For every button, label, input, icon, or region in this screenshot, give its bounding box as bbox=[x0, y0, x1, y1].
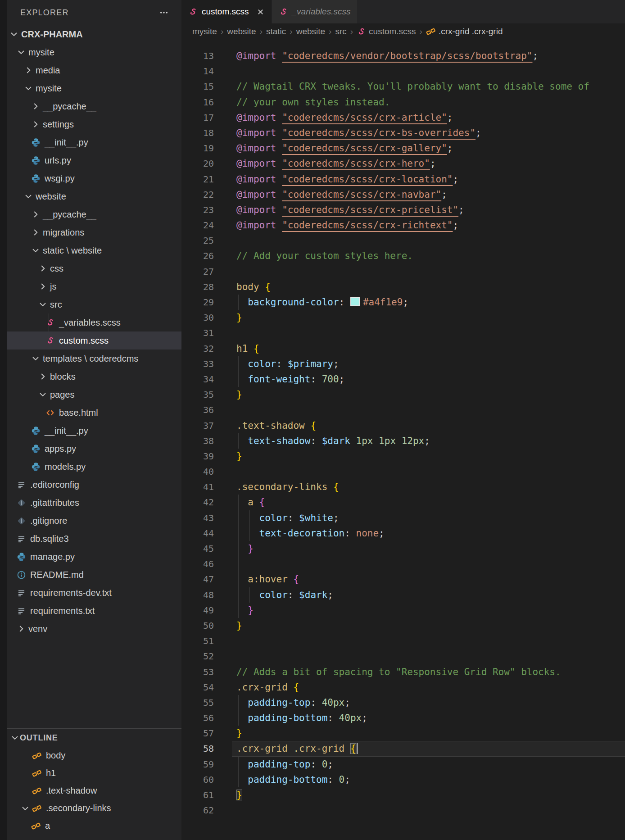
breadcrumb-item-static[interactable]: static bbox=[266, 27, 286, 36]
tree-file--gitignore[interactable]: .gitignore bbox=[7, 512, 181, 530]
outline-item--secondary-links[interactable]: .secondary-links bbox=[7, 799, 181, 817]
code-line-46[interactable]: 46 bbox=[181, 556, 625, 572]
line-number[interactable]: 18 bbox=[181, 125, 214, 141]
breadcrumb-item--crx-grid-crx-grid[interactable]: .crx-grid .crx-grid bbox=[426, 27, 503, 36]
code-line-19[interactable]: 19@import "coderedcms/scss/crx-gallery"; bbox=[181, 141, 625, 156]
tree-folder-blocks[interactable]: blocks bbox=[7, 368, 181, 386]
line-number[interactable]: 16 bbox=[181, 95, 214, 110]
code-line-26[interactable]: 26// Add your custom styles here. bbox=[181, 248, 625, 263]
line-number[interactable]: 42 bbox=[181, 495, 214, 510]
code-line-48[interactable]: 48 color: $dark; bbox=[181, 587, 625, 603]
tree-file-base-html[interactable]: base.html bbox=[7, 404, 181, 422]
code-line-15[interactable]: 15// Wagtail CRX tweaks. You'll probably… bbox=[181, 79, 625, 94]
line-number[interactable]: 13 bbox=[181, 48, 214, 64]
breadcrumb-item-website[interactable]: website bbox=[296, 27, 325, 36]
import-link[interactable]: "coderedcms/scss/crx-bs-overrides" bbox=[282, 127, 476, 138]
line-number[interactable]: 28 bbox=[181, 279, 214, 295]
code-line-22[interactable]: 22@import "coderedcms/scss/crx-navbar"; bbox=[181, 187, 625, 202]
code-line-50[interactable]: 50} bbox=[181, 618, 625, 633]
line-number[interactable]: 55 bbox=[181, 695, 214, 710]
tree-file--init-py[interactable]: __init__.py bbox=[7, 422, 181, 440]
code-line-59[interactable]: 59 padding-top: 0; bbox=[181, 757, 625, 772]
code-line-21[interactable]: 21@import "coderedcms/scss/crx-location"… bbox=[181, 172, 625, 187]
color-swatch[interactable] bbox=[350, 297, 360, 306]
code-line-57[interactable]: 57} bbox=[181, 726, 625, 741]
tree-folder-website[interactable]: website bbox=[7, 187, 181, 205]
line-number[interactable]: 56 bbox=[181, 710, 214, 726]
tree-folder-css[interactable]: css bbox=[7, 259, 181, 277]
code-line-62[interactable]: 62 bbox=[181, 803, 625, 818]
code-line-42[interactable]: 42 a { bbox=[181, 495, 625, 510]
code-line-40[interactable]: 40 bbox=[181, 464, 625, 479]
line-number[interactable]: 50 bbox=[181, 618, 214, 633]
tab-custom-scss[interactable]: custom.scss bbox=[181, 0, 272, 23]
line-number[interactable]: 38 bbox=[181, 433, 214, 449]
line-number[interactable]: 53 bbox=[181, 664, 214, 680]
import-link[interactable]: "coderedcms/scss/crx-pricelist" bbox=[282, 204, 458, 215]
line-number[interactable]: 52 bbox=[181, 649, 214, 664]
tree-file-readme-md[interactable]: README.md bbox=[7, 566, 181, 584]
code-line-18[interactable]: 18@import "coderedcms/scss/crx-bs-overri… bbox=[181, 125, 625, 141]
line-number[interactable]: 35 bbox=[181, 387, 214, 402]
tree-folder-media[interactable]: media bbox=[7, 61, 181, 79]
line-number[interactable]: 46 bbox=[181, 556, 214, 572]
line-number[interactable]: 30 bbox=[181, 310, 214, 325]
line-number[interactable]: 45 bbox=[181, 541, 214, 556]
line-number[interactable]: 33 bbox=[181, 356, 214, 372]
tree-file-urls-py[interactable]: urls.py bbox=[7, 151, 181, 169]
code-editor[interactable]: 13@import "coderedcms/vendor/bootstrap/s… bbox=[181, 40, 625, 840]
close-icon[interactable] bbox=[256, 8, 265, 16]
line-number[interactable]: 17 bbox=[181, 110, 214, 125]
code-line-51[interactable]: 51 bbox=[181, 633, 625, 649]
code-line-56[interactable]: 56 padding-bottom: 40px; bbox=[181, 710, 625, 726]
line-number[interactable]: 27 bbox=[181, 264, 214, 279]
code-line-14[interactable]: 14 bbox=[181, 64, 625, 79]
code-line-32[interactable]: 32h1 { bbox=[181, 341, 625, 356]
tree-file-models-py[interactable]: models.py bbox=[7, 458, 181, 476]
line-number[interactable]: 23 bbox=[181, 202, 214, 218]
code-line-49[interactable]: 49 } bbox=[181, 603, 625, 618]
code-line-53[interactable]: 53// Adds a bit of spacing to "Responsiv… bbox=[181, 664, 625, 680]
import-link[interactable]: "coderedcms/scss/crx-hero" bbox=[282, 158, 430, 169]
code-line-39[interactable]: 39} bbox=[181, 449, 625, 464]
line-number[interactable]: 40 bbox=[181, 464, 214, 479]
line-number[interactable]: 49 bbox=[181, 603, 214, 618]
code-line-47[interactable]: 47 a:hover { bbox=[181, 572, 625, 587]
line-number[interactable]: 62 bbox=[181, 803, 214, 818]
line-number[interactable]: 37 bbox=[181, 418, 214, 433]
tree-folder-migrations[interactable]: migrations bbox=[7, 223, 181, 241]
line-number[interactable]: 22 bbox=[181, 187, 214, 202]
code-line-24[interactable]: 24@import "coderedcms/scss/crx-richtext"… bbox=[181, 218, 625, 233]
import-link[interactable]: "coderedcms/scss/crx-richtext" bbox=[282, 220, 453, 231]
line-number[interactable]: 59 bbox=[181, 757, 214, 772]
line-number[interactable]: 34 bbox=[181, 372, 214, 387]
code-line-37[interactable]: 37.text-shadow { bbox=[181, 418, 625, 433]
tree-file--init-py[interactable]: __init__.py bbox=[7, 133, 181, 151]
tree-file-custom-scss[interactable]: custom.scss bbox=[7, 331, 181, 350]
outline-item-body[interactable]: body bbox=[7, 747, 181, 764]
tree-folder-templates-coderedcms[interactable]: templates \ coderedcms bbox=[7, 350, 181, 368]
code-line-60[interactable]: 60 padding-bottom: 0; bbox=[181, 772, 625, 787]
line-number[interactable]: 54 bbox=[181, 680, 214, 695]
line-number[interactable]: 47 bbox=[181, 572, 214, 587]
tree-file-wsgi-py[interactable]: wsgi.py bbox=[7, 169, 181, 187]
import-link[interactable]: "coderedcms/scss/crx-navbar" bbox=[282, 189, 441, 200]
code-line-52[interactable]: 52 bbox=[181, 649, 625, 664]
tree-folder-settings[interactable]: settings bbox=[7, 115, 181, 133]
import-link[interactable]: "coderedcms/vendor/bootstrap/scss/bootst… bbox=[282, 50, 532, 61]
line-number[interactable]: 24 bbox=[181, 218, 214, 233]
code-line-17[interactable]: 17@import "coderedcms/scss/crx-article"; bbox=[181, 110, 625, 125]
tree-file-manage-py[interactable]: manage.py bbox=[7, 548, 181, 566]
line-number[interactable]: 58 bbox=[181, 741, 214, 756]
code-line-29[interactable]: 29 background-color: #a4f1e9; bbox=[181, 295, 625, 310]
breadcrumb-item-src[interactable]: src bbox=[335, 27, 346, 36]
code-line-38[interactable]: 38 text-shadow: $dark 1px 1px 12px; bbox=[181, 433, 625, 449]
line-number[interactable]: 25 bbox=[181, 233, 214, 248]
tree-file--variables-scss[interactable]: _variables.scss bbox=[7, 313, 181, 331]
ellipsis-icon[interactable] bbox=[159, 8, 169, 18]
tree-folder-mysite[interactable]: mysite bbox=[7, 79, 181, 97]
code-line-61[interactable]: 61} bbox=[181, 787, 625, 803]
import-link[interactable]: "coderedcms/scss/crx-location" bbox=[282, 174, 453, 185]
code-line-41[interactable]: 41.secondary-links { bbox=[181, 479, 625, 495]
line-number[interactable]: 14 bbox=[181, 64, 214, 79]
